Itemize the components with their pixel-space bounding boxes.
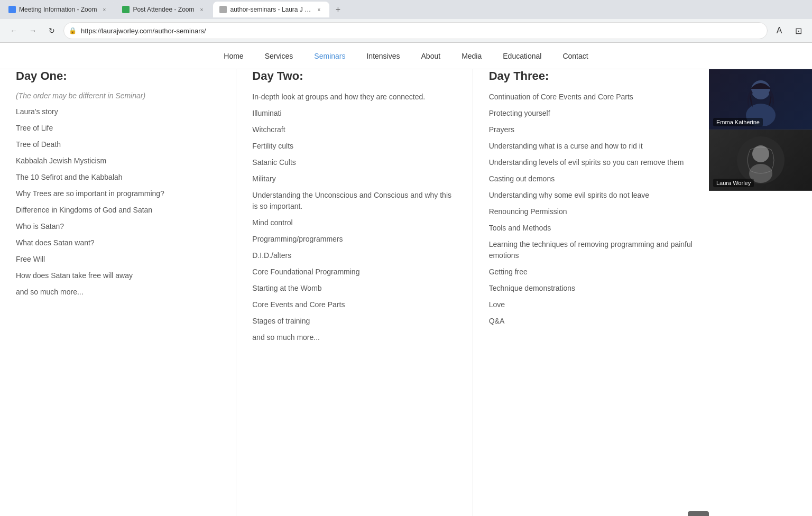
day-two-intro: In-depth look at groups and how they are… [252, 91, 456, 103]
day-two-item-8: Programming/programmers [252, 234, 456, 245]
day-three-item-5: Understanding levels of evil spirits so … [489, 157, 693, 168]
tab-favicon-2 [122, 6, 130, 13]
tab-favicon-3 [219, 6, 227, 13]
day-two-item-10: Core Foundational Programming [252, 266, 456, 278]
nav-seminars[interactable]: Seminars [314, 50, 345, 62]
day-one-title: Day One: [16, 69, 220, 83]
scroll-up-button[interactable]: ∧ [688, 511, 709, 516]
address-bar-row: ← → ↻ 🔒 A ⊡ [0, 19, 812, 42]
nav-contact[interactable]: Contact [562, 50, 588, 62]
day-two-item-12: Core Events and Core Parts [252, 299, 456, 310]
tab-meeting-information[interactable]: Meeting Information - Zoom × [2, 2, 115, 17]
forward-button[interactable]: → [25, 23, 40, 38]
tab-close-3[interactable]: × [315, 5, 323, 14]
nav-services[interactable]: Services [265, 50, 293, 62]
nav-media[interactable]: Media [462, 50, 482, 62]
day-one-item-1: Laura's story [16, 106, 220, 117]
day-one-column: Day One: (The order may be different in … [0, 69, 236, 516]
day-three-item-8: Renouncing Permission [489, 206, 693, 217]
day-two-item-7: Mind control [252, 217, 456, 228]
day-three-item-3: Prayers [489, 124, 693, 135]
day-three-item-9: Tools and Methods [489, 223, 693, 234]
day-two-item-3: Fertility cults [252, 141, 456, 152]
tab-post-attendee[interactable]: Post Attendee - Zoom × [116, 2, 212, 17]
day-three-item-14: Q&A [489, 316, 693, 327]
day-one-item-2: Tree of Life [16, 123, 220, 134]
day-one-item-8: Who is Satan? [16, 221, 220, 232]
nav-about[interactable]: About [421, 50, 441, 62]
day-one-item-12: and so much more... [16, 287, 220, 298]
day-two-item-4: Satanic Cults [252, 157, 456, 168]
zoom-participant-1-name: Emma Katherine [713, 118, 763, 126]
day-three-item-1: Continuation of Core Events and Core Par… [489, 91, 693, 103]
day-one-item-10: Free Will [16, 254, 220, 265]
tab-bar: Meeting Information - Zoom × Post Attend… [0, 0, 812, 19]
refresh-button[interactable]: ↻ [44, 23, 59, 38]
day-two-item-9: D.I.D./alters [252, 250, 456, 261]
lock-icon: 🔒 [69, 27, 77, 34]
day-three-item-12: Technique demonstrations [489, 283, 693, 294]
day-one-item-3: Tree of Death [16, 139, 220, 150]
zoom-participant-2-name: Laura Worley [713, 179, 754, 187]
new-tab-button[interactable]: + [330, 2, 345, 17]
day-two-title: Day Two: [252, 69, 456, 83]
address-input[interactable] [63, 22, 768, 39]
day-one-subtitle: (The order may be different in Seminar) [16, 91, 220, 100]
day-one-item-7: Difference in Kingdoms of God and Satan [16, 205, 220, 216]
nav-home[interactable]: Home [224, 50, 243, 62]
content-columns: Day One: (The order may be different in … [0, 69, 709, 516]
page-wrapper: Day One: (The order may be different in … [0, 69, 812, 516]
site-navigation: Home Services Seminars Intensives About … [0, 43, 812, 69]
day-two-item-1: Illuminati [252, 108, 456, 119]
zoom-participant-2: Laura Worley [709, 130, 812, 191]
day-three-item-4: Understanding what is a curse and how to… [489, 141, 693, 152]
back-button[interactable]: ← [6, 23, 21, 38]
nav-intensives[interactable]: Intensives [366, 50, 400, 62]
day-two-item-6: Understanding the Unconscious and Consci… [252, 190, 456, 212]
day-two-column: Day Two: In-depth look at groups and how… [236, 69, 473, 516]
zoom-participant-1: Emma Katherine [709, 69, 812, 130]
tab-author-seminars[interactable]: author-seminars - Laura J Worle... × [213, 2, 329, 17]
day-three-item-7: Understanding why some evil spirits do n… [489, 190, 693, 201]
zoom-panel: Emma Katherine Laura Worley [709, 69, 812, 191]
day-one-item-4: Kabbalah Jewish Mysticism [16, 155, 220, 167]
day-two-item-5: Military [252, 173, 456, 185]
account-icon[interactable]: A [772, 23, 787, 38]
day-one-item-5: The 10 Sefirot and the Kabbalah [16, 172, 220, 183]
day-two-item-11: Starting at the Womb [252, 283, 456, 294]
day-three-column: Day Three: Continuation of Core Events a… [473, 69, 709, 516]
day-two-item-2: Witchcraft [252, 124, 456, 135]
tab-favicon-1 [8, 6, 16, 13]
day-two-item-14: and so much more... [252, 332, 456, 343]
day-three-item-10: Learning the techniques of removing prog… [489, 239, 693, 261]
day-one-item-9: What does Satan want? [16, 237, 220, 248]
day-one-item-6: Why Trees are so important in programmin… [16, 188, 220, 199]
browser-chrome: Meeting Information - Zoom × Post Attend… [0, 0, 812, 43]
tab-close-1[interactable]: × [100, 5, 108, 14]
day-three-item-13: Love [489, 299, 693, 310]
day-three-item-2: Protecting yourself [489, 108, 693, 119]
nav-educational[interactable]: Educational [503, 50, 541, 62]
address-bar-wrap: 🔒 [63, 22, 768, 39]
extensions-icon[interactable]: ⊡ [791, 23, 806, 38]
day-one-item-11: How does Satan take free will away [16, 270, 220, 281]
day-two-item-13: Stages of training [252, 316, 456, 327]
tab-label-2: Post Attendee - Zoom [133, 6, 194, 13]
tab-label-1: Meeting Information - Zoom [19, 6, 97, 13]
tab-label-3: author-seminars - Laura J Worle... [230, 6, 311, 13]
day-three-item-11: Getting free [489, 266, 693, 278]
tab-close-2[interactable]: × [197, 5, 206, 14]
day-three-title: Day Three: [489, 69, 693, 83]
day-three-item-6: Casting out demons [489, 173, 693, 185]
